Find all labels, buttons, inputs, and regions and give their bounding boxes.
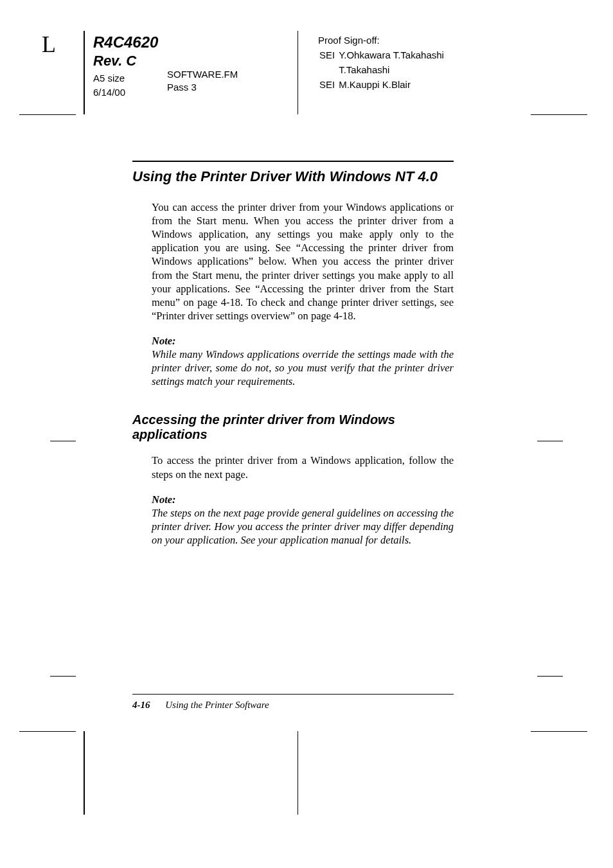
footer-chapter: Using the Printer Software: [165, 700, 269, 710]
page-number: 4-16: [132, 700, 150, 710]
proof-row3-a: SEI: [319, 78, 337, 91]
proof-row3-b: M.Kauppi K.Blair: [339, 78, 447, 91]
note-label: Note:: [152, 493, 454, 506]
header-divider-mid: [298, 31, 298, 114]
header-divider-left: [84, 31, 85, 114]
header-left-block: R4C4620 Rev. C A5 size 6/14/00: [93, 32, 158, 100]
note-label: Note:: [152, 334, 454, 348]
crop-mark: [50, 676, 76, 677]
doc-size: A5 size: [93, 72, 158, 85]
doc-number: R4C4620: [93, 32, 158, 53]
header-proof-block: Proof Sign-off: SEI Y.Ohkawara T.Takahas…: [318, 33, 448, 93]
footer-rule: [132, 694, 454, 695]
subsection-title: Accessing the printer driver from Window…: [132, 412, 454, 442]
content-area: Using the Printer Driver With Windows NT…: [132, 161, 454, 547]
doc-date: 6/14/00: [93, 86, 158, 99]
note-text: The steps on the next page provide gener…: [152, 506, 454, 547]
crop-mark: [537, 676, 563, 677]
crop-mark: [531, 731, 587, 732]
section-title: Using the Printer Driver With Windows NT…: [132, 168, 454, 185]
footer-divider-left: [84, 731, 85, 815]
proof-label: Proof Sign-off:: [318, 33, 448, 47]
crop-mark: [531, 114, 587, 115]
proof-row1-b: Y.Ohkawara T.Takahashi: [339, 48, 447, 62]
crop-mark: [19, 114, 76, 115]
footer-divider-mid: [298, 731, 298, 815]
doc-revision: Rev. C: [93, 51, 158, 71]
doc-pass: Pass 3: [167, 81, 238, 94]
header-file-block: SOFTWARE.FM Pass 3: [167, 68, 238, 94]
footer: 4-16 Using the Printer Software: [132, 694, 454, 711]
body-paragraph: To access the printer driver from a Wind…: [152, 454, 454, 481]
crop-mark: [537, 441, 563, 441]
page-side-mark: L: [42, 31, 56, 58]
crop-mark: [50, 441, 76, 441]
proof-row1-a: SEI: [319, 48, 337, 62]
proof-row2-b: T.Takahashi: [339, 63, 447, 76]
note-text: While many Windows applications override…: [152, 348, 454, 388]
doc-file: SOFTWARE.FM: [167, 68, 238, 81]
crop-mark: [19, 731, 76, 732]
body-paragraph: You can access the printer driver from y…: [152, 200, 454, 323]
heading-rule: [132, 161, 454, 162]
